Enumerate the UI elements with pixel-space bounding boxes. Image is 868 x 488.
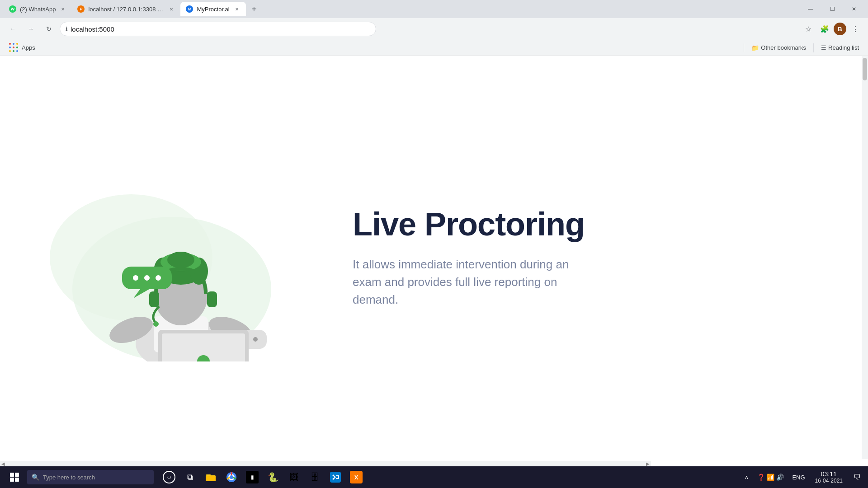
whatsapp-favicon: W <box>9 5 16 13</box>
apps-grid-icon <box>9 43 19 53</box>
svg-point-19 <box>156 275 161 281</box>
reading-list[interactable]: ☰ Reading list <box>817 42 863 53</box>
reading-list-label: Reading list <box>828 44 859 51</box>
svg-point-11 <box>167 252 194 268</box>
taskbar-search-icon: 🔍 <box>32 474 39 481</box>
horizontal-track <box>2 461 644 466</box>
svg-rect-30 <box>206 474 211 475</box>
page-title: Live Proctoring <box>353 206 832 242</box>
notification-button[interactable]: 🗨 <box>850 467 864 487</box>
system-tray: ❓ 📶 🔊 <box>754 474 788 481</box>
minimize-button[interactable]: — <box>800 2 821 16</box>
bookmarks-bar: Apps 📁 Other bookmarks ☰ Reading list <box>0 40 868 56</box>
refresh-button[interactable]: ↻ <box>42 22 56 36</box>
python-icon: 🐍 <box>267 471 279 483</box>
tab-phpmyadmin-close[interactable]: ✕ <box>168 5 175 13</box>
database-icon: 🗄 <box>308 471 321 483</box>
svg-point-24 <box>253 337 258 342</box>
vscode-button[interactable] <box>326 467 345 487</box>
apps-label: Apps <box>22 44 35 51</box>
xampp-button[interactable]: X <box>346 467 366 487</box>
terminal-icon: ▮ <box>246 471 259 483</box>
clock-date: 16-04-2021 <box>815 478 843 484</box>
svg-point-35 <box>230 475 233 479</box>
address-bar: ← → ↻ ℹ localhost:5000 ☆ 🧩 B ⋮ <box>0 18 868 40</box>
maximize-button[interactable]: ☐ <box>822 2 843 16</box>
page-description: It allows immediate intervention during … <box>353 256 579 309</box>
svg-rect-12 <box>149 291 159 307</box>
taskbar-search[interactable]: 🔍 Type here to search <box>27 470 154 484</box>
extensions-button[interactable]: 🧩 <box>817 22 832 36</box>
tab-whatsapp[interactable]: W (2) WhatsApp ✕ <box>4 2 72 16</box>
apps-bookmark[interactable]: Apps <box>5 41 39 55</box>
clock[interactable]: 03:11 16-04-2021 <box>810 470 848 484</box>
photos-button[interactable]: 🖼 <box>284 467 304 487</box>
terminal-button[interactable]: ▮ <box>242 467 262 487</box>
volume-icon[interactable]: 🔊 <box>776 474 784 481</box>
url-bar[interactable]: ℹ localhost:5000 <box>60 22 376 36</box>
title-bar: W (2) WhatsApp ✕ P localhost / 127.0.0.1… <box>0 0 868 18</box>
forward-button[interactable]: → <box>24 22 38 36</box>
database-button[interactable]: 🗄 <box>305 467 325 487</box>
security-icon: ℹ <box>66 26 68 32</box>
profile-button[interactable]: B <box>834 23 846 35</box>
scrollbar-track[interactable] <box>862 56 868 459</box>
other-bookmarks[interactable]: 📁 Other bookmarks <box>748 42 810 53</box>
svg-point-17 <box>133 275 138 281</box>
scrollbar-thumb[interactable] <box>863 58 867 80</box>
new-tab-button[interactable]: + <box>248 3 260 15</box>
horizontal-scrollbar[interactable]: ▶ ◀ <box>0 461 651 466</box>
close-button[interactable]: ✕ <box>844 2 864 16</box>
scroll-left-arrow[interactable]: ◀ <box>0 461 6 466</box>
tab-phpmyadmin-label: localhost / 127.0.0.1:3308 / quiza <box>88 6 164 13</box>
url-text: localhost:5000 <box>71 25 114 33</box>
notification-icon: 🗨 <box>854 473 861 481</box>
language-indicator[interactable]: ENG <box>789 474 807 481</box>
vscode-icon <box>329 471 342 483</box>
other-bookmarks-label: Other bookmarks <box>761 44 806 51</box>
xampp-icon: X <box>350 471 363 483</box>
tab-phpmyadmin[interactable]: P localhost / 127.0.0.1:3308 / quiza ✕ <box>72 2 180 16</box>
toolbar-right: ☆ 🧩 B ⋮ <box>801 22 863 36</box>
start-button[interactable] <box>4 466 25 488</box>
taskbar-search-placeholder: Type here to search <box>43 474 95 481</box>
task-view-icon: ⧉ <box>184 471 196 483</box>
python-button[interactable]: 🐍 <box>263 467 283 487</box>
phpmyadmin-favicon: P <box>77 5 85 13</box>
myproctor-favicon: M <box>186 5 193 13</box>
window-controls: — ☐ ✕ <box>800 2 864 16</box>
bookmark-star-button[interactable]: ☆ <box>801 22 816 36</box>
clock-time: 03:11 <box>821 470 837 478</box>
folder-icon: 📁 <box>751 44 759 52</box>
browser-window: W (2) WhatsApp ✕ P localhost / 127.0.0.1… <box>0 0 868 56</box>
network-icon[interactable]: 📶 <box>767 474 774 481</box>
illustration-area <box>36 145 316 371</box>
back-button[interactable]: ← <box>5 22 20 36</box>
svg-point-18 <box>144 275 150 281</box>
tab-whatsapp-close[interactable]: ✕ <box>59 5 66 13</box>
file-explorer-icon <box>204 471 217 483</box>
svg-rect-32 <box>206 476 216 481</box>
tab-myproctor[interactable]: M MyProctor.ai ✕ <box>180 2 245 16</box>
bookmark-separator <box>744 43 744 52</box>
photos-icon: 🖼 <box>288 471 300 483</box>
bookmark-separator-2 <box>813 43 814 52</box>
menu-button[interactable]: ⋮ <box>848 22 863 36</box>
chrome-button[interactable] <box>222 467 241 487</box>
tab-myproctor-close[interactable]: ✕ <box>233 5 241 13</box>
task-view-button[interactable]: ⧉ <box>180 467 200 487</box>
help-icon[interactable]: ❓ <box>757 474 765 481</box>
chrome-icon <box>225 471 238 483</box>
cortana-icon: ○ <box>163 471 175 483</box>
taskbar: 🔍 Type here to search ○ ⧉ <box>0 466 868 488</box>
svg-rect-13 <box>207 291 217 307</box>
cortana-button[interactable]: ○ <box>159 467 179 487</box>
svg-point-14 <box>153 321 159 327</box>
taskbar-icons: ○ ⧉ <box>159 467 366 487</box>
windows-logo <box>10 473 19 482</box>
text-area: Live Proctoring It allows immediate inte… <box>316 206 832 309</box>
scroll-right-arrow[interactable]: ▶ <box>645 461 651 466</box>
file-explorer-button[interactable] <box>201 467 221 487</box>
system-tray-expand[interactable]: ∧ <box>741 467 752 487</box>
reading-list-icon: ☰ <box>821 44 826 51</box>
